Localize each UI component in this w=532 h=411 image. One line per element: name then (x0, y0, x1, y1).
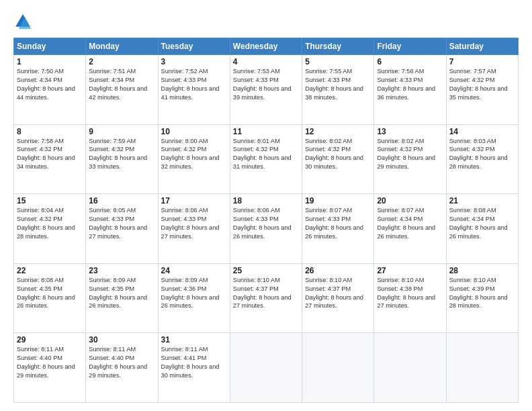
day-number: 26 (305, 266, 371, 275)
day-number: 3 (161, 57, 227, 66)
day-number: 28 (449, 266, 515, 275)
calendar-cell: 7 Sunrise: 7:57 AMSunset: 4:32 PMDayligh… (446, 55, 518, 125)
day-of-week-header: Thursday (302, 38, 374, 55)
calendar-cell: 31 Sunrise: 8:11 AMSunset: 4:41 PMDaylig… (158, 333, 230, 403)
calendar-cell: 12 Sunrise: 8:02 AMSunset: 4:32 PMDaylig… (302, 124, 374, 194)
day-number: 18 (233, 196, 299, 205)
day-number: 14 (449, 127, 515, 136)
logo (13, 12, 36, 31)
calendar-cell: 30 Sunrise: 8:11 AMSunset: 4:40 PMDaylig… (86, 333, 158, 403)
cell-info: Sunrise: 8:03 AMSunset: 4:32 PMDaylight:… (449, 138, 508, 171)
cell-info: Sunrise: 7:50 AMSunset: 4:34 PMDaylight:… (17, 68, 75, 101)
day-number: 12 (305, 127, 371, 136)
calendar-cell: 8 Sunrise: 7:58 AMSunset: 4:32 PMDayligh… (14, 124, 86, 194)
calendar-cell: 16 Sunrise: 8:05 AMSunset: 4:33 PMDaylig… (86, 194, 158, 264)
day-number: 8 (17, 127, 83, 136)
calendar-week-row: 22 Sunrise: 8:08 AMSunset: 4:35 PMDaylig… (14, 263, 519, 333)
day-number: 2 (89, 57, 154, 66)
calendar-week-row: 29 Sunrise: 8:11 AMSunset: 4:40 PMDaylig… (14, 333, 519, 403)
day-number: 17 (161, 196, 227, 205)
calendar-cell: 29 Sunrise: 8:11 AMSunset: 4:40 PMDaylig… (14, 333, 86, 403)
day-number: 21 (449, 196, 515, 205)
day-number: 31 (161, 335, 227, 345)
calendar-cell: 14 Sunrise: 8:03 AMSunset: 4:32 PMDaylig… (446, 124, 518, 194)
day-number: 5 (305, 57, 371, 66)
calendar-cell: 21 Sunrise: 8:08 AMSunset: 4:34 PMDaylig… (446, 194, 518, 264)
day-number: 27 (377, 266, 443, 275)
day-number: 13 (377, 127, 443, 136)
calendar-header-row: SundayMondayTuesdayWednesdayThursdayFrid… (14, 38, 519, 55)
calendar-cell: 23 Sunrise: 8:09 AMSunset: 4:35 PMDaylig… (86, 263, 158, 333)
day-number: 9 (89, 127, 154, 136)
cell-info: Sunrise: 7:57 AMSunset: 4:32 PMDaylight:… (449, 68, 508, 101)
cell-info: Sunrise: 7:56 AMSunset: 4:33 PMDaylight:… (377, 68, 435, 101)
day-number: 19 (305, 196, 371, 205)
cell-info: Sunrise: 8:01 AMSunset: 4:32 PMDaylight:… (233, 138, 292, 171)
cell-info: Sunrise: 8:07 AMSunset: 4:34 PMDaylight:… (377, 207, 435, 240)
cell-info: Sunrise: 8:08 AMSunset: 4:35 PMDaylight:… (17, 277, 75, 310)
cell-info: Sunrise: 8:10 AMSunset: 4:37 PMDaylight:… (233, 277, 292, 310)
cell-info: Sunrise: 8:04 AMSunset: 4:32 PMDaylight:… (17, 207, 75, 240)
day-number: 22 (17, 266, 83, 275)
calendar-cell: 2 Sunrise: 7:51 AMSunset: 4:34 PMDayligh… (86, 55, 158, 125)
cell-info: Sunrise: 7:58 AMSunset: 4:32 PMDaylight:… (17, 138, 75, 171)
calendar-cell (302, 333, 374, 403)
cell-info: Sunrise: 8:06 AMSunset: 4:33 PMDaylight:… (161, 207, 220, 240)
day-number: 25 (233, 266, 299, 275)
cell-info: Sunrise: 8:10 AMSunset: 4:39 PMDaylight:… (449, 277, 508, 310)
day-number: 1 (17, 57, 83, 66)
calendar-week-row: 15 Sunrise: 8:04 AMSunset: 4:32 PMDaylig… (14, 194, 519, 264)
calendar-cell: 28 Sunrise: 8:10 AMSunset: 4:39 PMDaylig… (446, 263, 518, 333)
calendar-cell: 19 Sunrise: 8:07 AMSunset: 4:33 PMDaylig… (302, 194, 374, 264)
cell-info: Sunrise: 8:11 AMSunset: 4:40 PMDaylight:… (17, 346, 75, 379)
day-number: 10 (161, 127, 227, 136)
day-number: 24 (161, 266, 227, 275)
calendar-cell (446, 333, 518, 403)
cell-info: Sunrise: 8:09 AMSunset: 4:35 PMDaylight:… (89, 277, 147, 310)
day-of-week-header: Wednesday (230, 38, 302, 55)
day-number: 6 (377, 57, 443, 66)
cell-info: Sunrise: 7:53 AMSunset: 4:33 PMDaylight:… (233, 68, 292, 101)
cell-info: Sunrise: 8:02 AMSunset: 4:32 PMDaylight:… (377, 138, 435, 171)
calendar-cell: 15 Sunrise: 8:04 AMSunset: 4:32 PMDaylig… (14, 194, 86, 264)
cell-info: Sunrise: 8:08 AMSunset: 4:34 PMDaylight:… (449, 207, 508, 240)
cell-info: Sunrise: 8:06 AMSunset: 4:33 PMDaylight:… (233, 207, 292, 240)
calendar-cell: 18 Sunrise: 8:06 AMSunset: 4:33 PMDaylig… (230, 194, 302, 264)
cell-info: Sunrise: 8:11 AMSunset: 4:40 PMDaylight:… (89, 346, 147, 379)
day-number: 11 (233, 127, 299, 136)
day-of-week-header: Friday (374, 38, 446, 55)
day-of-week-header: Sunday (14, 38, 86, 55)
cell-info: Sunrise: 7:55 AMSunset: 4:33 PMDaylight:… (305, 68, 363, 101)
day-number: 7 (449, 57, 515, 66)
calendar-cell: 13 Sunrise: 8:02 AMSunset: 4:32 PMDaylig… (374, 124, 446, 194)
day-of-week-header: Monday (86, 38, 158, 55)
cell-info: Sunrise: 8:07 AMSunset: 4:33 PMDaylight:… (305, 207, 363, 240)
calendar-cell: 17 Sunrise: 8:06 AMSunset: 4:33 PMDaylig… (158, 194, 230, 264)
day-of-week-header: Tuesday (158, 38, 230, 55)
cell-info: Sunrise: 8:10 AMSunset: 4:37 PMDaylight:… (305, 277, 363, 310)
calendar-cell: 4 Sunrise: 7:53 AMSunset: 4:33 PMDayligh… (230, 55, 302, 125)
calendar-cell: 3 Sunrise: 7:52 AMSunset: 4:33 PMDayligh… (158, 55, 230, 125)
day-number: 20 (377, 196, 443, 205)
cell-info: Sunrise: 8:10 AMSunset: 4:38 PMDaylight:… (377, 277, 435, 310)
calendar-cell: 10 Sunrise: 8:00 AMSunset: 4:32 PMDaylig… (158, 124, 230, 194)
calendar-cell: 25 Sunrise: 8:10 AMSunset: 4:37 PMDaylig… (230, 263, 302, 333)
calendar-week-row: 1 Sunrise: 7:50 AMSunset: 4:34 PMDayligh… (14, 55, 519, 125)
cell-info: Sunrise: 8:02 AMSunset: 4:32 PMDaylight:… (305, 138, 363, 171)
calendar-cell (230, 333, 302, 403)
calendar-body: 1 Sunrise: 7:50 AMSunset: 4:34 PMDayligh… (14, 55, 519, 403)
calendar-cell: 6 Sunrise: 7:56 AMSunset: 4:33 PMDayligh… (374, 55, 446, 125)
calendar-cell: 9 Sunrise: 7:59 AMSunset: 4:32 PMDayligh… (86, 124, 158, 194)
day-number: 23 (89, 266, 154, 275)
calendar-cell: 11 Sunrise: 8:01 AMSunset: 4:32 PMDaylig… (230, 124, 302, 194)
day-number: 29 (17, 335, 83, 345)
day-number: 16 (89, 196, 154, 205)
calendar-cell: 22 Sunrise: 8:08 AMSunset: 4:35 PMDaylig… (14, 263, 86, 333)
cell-info: Sunrise: 7:51 AMSunset: 4:34 PMDaylight:… (89, 68, 147, 101)
cell-info: Sunrise: 8:05 AMSunset: 4:33 PMDaylight:… (89, 207, 147, 240)
cell-info: Sunrise: 7:52 AMSunset: 4:33 PMDaylight:… (161, 68, 220, 101)
page: SundayMondayTuesdayWednesdayThursdayFrid… (0, 0, 532, 411)
day-of-week-header: Saturday (446, 38, 518, 55)
cell-info: Sunrise: 8:11 AMSunset: 4:41 PMDaylight:… (161, 346, 220, 379)
logo-icon (13, 12, 32, 31)
